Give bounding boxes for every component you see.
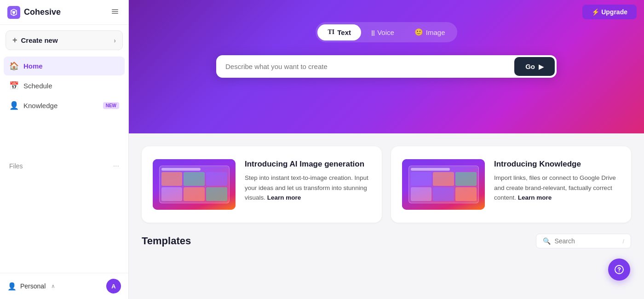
sidebar-item-home-label: Home xyxy=(23,62,43,70)
svg-rect-7 xyxy=(112,13,118,14)
upgrade-button[interactable]: ⚡ Upgrade xyxy=(582,5,637,19)
templates-search-icon: 🔍 xyxy=(543,237,551,245)
tab-text[interactable]: TI Text xyxy=(317,24,361,40)
image-tab-label: Image xyxy=(426,29,445,36)
ai-image-card-desc: Step into instant text-to-image creation… xyxy=(245,173,369,203)
text-tab-label: Text xyxy=(337,29,351,36)
personal-label: Personal xyxy=(20,282,46,290)
search-shortcut-hint: / xyxy=(622,238,624,245)
templates-title: Templates xyxy=(142,235,191,247)
card-link-1[interactable]: Learn more xyxy=(518,194,552,201)
sidebar-item-knowledge[interactable]: 👤 Knowledge NEW xyxy=(4,96,125,115)
sidebar: Cohesive + Create new › 🏠 Home 📅 Schedul… xyxy=(0,0,129,299)
logo-area: Cohesive xyxy=(7,6,61,19)
hero-section: TI Text ||| Voice 🙂 Image Go ▶ xyxy=(129,0,644,133)
text-tab-icon: TI xyxy=(328,29,334,36)
sidebar-item-home[interactable]: 🏠 Home xyxy=(4,57,125,75)
create-search-bar: Go ▶ xyxy=(216,55,557,78)
knowledge-card-title: Introducing Knowledge xyxy=(494,159,618,169)
svg-rect-5 xyxy=(112,9,118,10)
voice-tab-icon: ||| xyxy=(371,29,374,36)
sidebar-item-schedule-label: Schedule xyxy=(23,82,52,90)
top-bar: ⚡ Upgrade xyxy=(582,5,637,19)
svg-point-9 xyxy=(619,271,620,272)
sidebar-footer: 👤 Personal ∧ A xyxy=(0,273,128,299)
files-menu-icon[interactable]: ··· xyxy=(113,162,119,170)
knowledge-card: Introducing Knowledge Import links, file… xyxy=(391,146,631,223)
personal-chevron-icon: ∧ xyxy=(51,283,55,289)
help-button[interactable] xyxy=(608,259,630,281)
go-arrow-icon: ▶ xyxy=(539,63,544,70)
nav-items: 🏠 Home 📅 Schedule 👤 Knowledge NEW xyxy=(0,54,128,158)
create-search-input[interactable] xyxy=(225,63,514,70)
plus-icon: + xyxy=(12,35,17,45)
knowledge-card-desc: Import links, files or connect to Google… xyxy=(494,173,618,203)
svg-rect-6 xyxy=(112,11,118,12)
home-icon: 🏠 xyxy=(9,61,19,71)
knowledge-new-badge: NEW xyxy=(103,102,119,109)
create-new-button[interactable]: + Create new › xyxy=(6,30,123,50)
personal-area[interactable]: 👤 Personal ∧ xyxy=(7,282,55,291)
app-name: Cohesive xyxy=(24,7,61,17)
content-type-tabs: TI Text ||| Voice 🙂 Image xyxy=(316,22,457,42)
ai-image-card-content: Introducing AI Image generation Step int… xyxy=(245,159,369,203)
ai-image-thumbnail xyxy=(153,159,236,210)
ai-image-card: Introducing AI Image generation Step int… xyxy=(142,146,382,223)
sidebar-item-knowledge-label: Knowledge xyxy=(23,102,58,109)
go-button-label: Go xyxy=(525,63,535,70)
knowledge-thumbnail xyxy=(402,159,485,210)
create-new-label: Create new xyxy=(21,36,58,44)
chevron-right-icon: › xyxy=(114,37,116,44)
image-tab-icon: 🙂 xyxy=(414,28,423,36)
main-scroll: TI Text ||| Voice 🙂 Image Go ▶ xyxy=(129,0,644,299)
tab-voice[interactable]: ||| Voice xyxy=(361,24,404,40)
templates-search-input[interactable] xyxy=(554,237,619,245)
files-section: Files ··· xyxy=(0,158,128,174)
knowledge-card-content: Introducing Knowledge Import links, file… xyxy=(494,159,618,203)
feature-cards: Introducing AI Image generation Step int… xyxy=(129,133,644,230)
person-icon: 👤 xyxy=(7,282,17,291)
cohesive-logo-icon xyxy=(7,6,20,19)
sidebar-toggle-button[interactable] xyxy=(109,6,121,19)
sidebar-header: Cohesive xyxy=(0,0,128,25)
templates-search-bar: 🔍 / xyxy=(536,234,631,248)
main-wrapper: ⚡ Upgrade TI Text ||| Voice 🙂 Image xyxy=(129,0,644,299)
sidebar-item-schedule[interactable]: 📅 Schedule xyxy=(4,76,125,95)
go-button[interactable]: Go ▶ xyxy=(514,57,555,76)
voice-tab-label: Voice xyxy=(377,29,394,36)
card-link-0[interactable]: Learn more xyxy=(267,194,301,201)
ai-image-card-title: Introducing AI Image generation xyxy=(245,159,369,169)
templates-section: Templates 🔍 / xyxy=(129,230,644,252)
tab-image[interactable]: 🙂 Image xyxy=(404,24,455,40)
knowledge-icon: 👤 xyxy=(9,101,19,110)
avatar[interactable]: A xyxy=(106,279,121,293)
schedule-icon: 📅 xyxy=(9,81,19,91)
files-label: Files xyxy=(9,162,23,170)
